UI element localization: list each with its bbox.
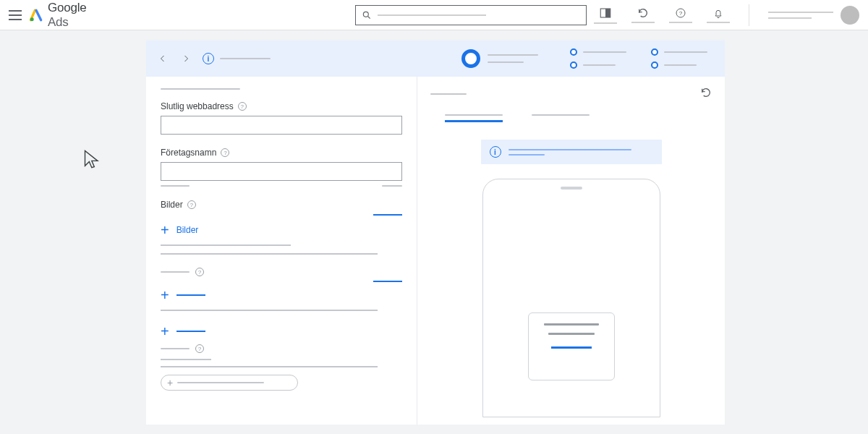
final-url-label: Slutlig webbadress [161,101,234,111]
add-option-input[interactable]: + [161,375,298,391]
add-item-button-2[interactable]: + [161,324,402,339]
refresh-icon [700,87,712,98]
business-name-group: Företagsnamn? [161,148,402,187]
business-name-input[interactable] [161,162,402,181]
help-icon[interactable]: ? [221,148,229,157]
plus-icon: + [161,223,169,237]
avatar[interactable] [841,6,859,25]
step-active-icon [461,49,480,68]
logo-text: Google Ads [48,1,109,30]
section-a: ? + [161,268,402,311]
svg-point-1 [363,12,368,17]
final-url-group: Slutlig webbadress? [161,101,402,135]
phone-preview [482,179,660,417]
workspace: i Slutlig webb [146,41,725,425]
help-button[interactable]: ? [669,7,692,23]
refresh-icon [637,7,649,19]
form-column: Slutlig webbadress? Företagsnamn? Bilder… [146,77,417,425]
business-name-label: Företagsnamn [161,148,216,158]
chevron-left-icon [158,54,167,63]
search-icon [362,10,372,20]
step-info: i [203,53,271,64]
final-url-input[interactable] [161,116,402,135]
help-icon[interactable]: ? [195,268,204,276]
preview-tab-2[interactable] [532,114,590,122]
step-forward-button[interactable] [179,52,192,65]
section-heading [161,88,240,90]
preview-refresh-button[interactable] [700,87,712,101]
ad-card-preview [528,312,615,380]
account-switcher[interactable] [768,6,859,25]
info-icon: i [203,53,214,64]
chevron-right-icon [182,54,190,63]
help-icon[interactable]: ? [195,344,204,353]
images-label: Bilder [161,200,183,210]
search-placeholder [378,14,486,16]
svg-rect-4 [605,9,610,17]
step-2[interactable] [570,48,626,69]
add-item-button[interactable]: + [161,288,402,302]
columns-icon [599,7,612,20]
step-current[interactable] [461,49,538,68]
section-b: + ? + [161,324,402,391]
cursor-decoration [82,149,103,169]
add-images-label: Bilder [176,225,199,235]
topbar-actions: ? [594,4,859,26]
info-icon: i [490,146,501,158]
help-icon[interactable]: ? [238,102,247,111]
svg-line-2 [368,16,370,18]
main-panel: Slutlig webbadress? Företagsnamn? Bilder… [146,77,725,425]
step-3[interactable] [651,48,707,69]
preview-info-banner: i [481,140,662,164]
preview-column: i [417,77,725,425]
help-icon: ? [675,7,686,19]
images-group: Bilder? + Bilder [161,200,402,255]
search-input[interactable] [355,5,587,25]
topbar: Google Ads ? [0,0,868,30]
divider [749,4,749,26]
preview-tab-1[interactable] [445,114,503,122]
help-icon[interactable]: ? [187,200,196,209]
svg-point-0 [30,17,34,21]
step-back-button[interactable] [156,52,169,65]
preview-heading [430,93,467,95]
appearance-button[interactable] [594,7,617,24]
notifications-button[interactable] [707,7,730,23]
plus-icon: + [161,324,169,339]
svg-text:?: ? [679,9,683,16]
hamburger-menu-icon[interactable] [9,10,22,20]
preview-tabs [445,114,712,122]
add-images-button[interactable]: + Bilder [161,223,402,237]
plus-icon: + [161,288,169,302]
bell-icon [712,7,724,19]
refresh-button[interactable] [631,7,655,23]
stepper-bar: i [146,41,725,77]
logo-mark-icon [29,8,43,22]
plus-icon: + [167,377,173,388]
phone-speaker [561,187,582,190]
logo[interactable]: Google Ads [29,1,109,30]
